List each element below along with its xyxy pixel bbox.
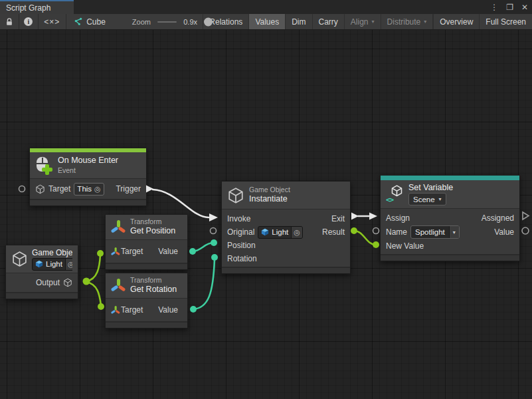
value-label: Value [494,227,514,237]
node-title: Set Variable [408,183,453,194]
object-picker-icon: ◎ [68,261,72,268]
node-title: Game Object [32,248,72,258]
trigger-output-port[interactable] [146,186,153,193]
assigned-output-port[interactable] [523,212,529,219]
object-picker-button[interactable]: ◎ [65,259,72,270]
full-screen-label: Full Screen [486,17,526,27]
assign-input-port[interactable] [369,213,377,220]
graph-canvas[interactable]: On Mouse Enter Event Target This ◎ Trigg… [0,30,532,399]
on-mouse-enter-header: On Mouse Enter Event [30,152,146,179]
target-label: Target [48,184,70,194]
object-picker-icon[interactable]: ◎ [94,186,101,193]
lock-button[interactable] [0,14,19,29]
get-rotation-header: Transform Get Rotation [106,273,187,299]
rotation-input-port[interactable] [211,254,218,261]
exit-output-port[interactable] [351,213,359,220]
code-preview-button[interactable]: <×> [39,14,66,29]
carry-button[interactable]: Carry [312,14,344,29]
target-value-field[interactable]: This ◎ [74,183,104,196]
distribute-button[interactable]: Distribute ▾ [381,14,434,29]
zoom-slider-handle[interactable] [204,17,213,26]
value-output-port[interactable] [522,227,529,234]
distribute-label: Distribute [387,17,421,27]
node-set-variable[interactable]: <> Set Variable Scene ▾ Assign Assigned … [380,175,520,261]
wire-output-to-get-position [86,255,100,281]
node-get-position[interactable]: Transform Get Position Target Value [105,214,188,270]
game-object-icon [261,228,269,236]
zoom-slider[interactable] [157,21,177,23]
align-button[interactable]: Align ▾ [344,14,381,29]
position-input-port[interactable] [211,239,217,246]
node-game-object-literal[interactable]: Game Object Light ◎ [5,245,78,299]
info-glyph: i [27,18,29,25]
node-title: Get Rotation [130,285,177,295]
variable-scope-dropdown[interactable]: Scene ▾ [408,193,446,205]
output-port[interactable] [83,278,90,285]
node-footer [106,321,187,328]
game-object-value-field[interactable]: Light ◎ [32,258,72,271]
transform-icon [111,247,117,256]
cube-icon [11,251,28,267]
node-footer [6,292,78,299]
tab-title: Script Graph [6,3,50,13]
game-object-value: Light [46,260,62,268]
invoke-input-port[interactable] [209,213,218,221]
target-label: Target [121,305,143,315]
result-output-port[interactable] [351,227,357,234]
chevron-down-icon: ▾ [439,196,442,202]
rotation-label: Rotation [227,254,257,263]
get-position-value-port[interactable] [189,248,196,255]
dim-label: Dim [292,17,306,27]
info-icon: i [24,17,33,26]
close-icon[interactable]: ✕ [521,3,528,11]
value-label: Value [158,247,178,256]
node-instantiate[interactable]: Game Object Instantiate Invoke Exit Orig… [221,181,351,274]
full-screen-button[interactable]: Full Screen [479,14,532,29]
wire-rotation [193,259,215,309]
maximize-icon[interactable]: ❐ [506,3,513,11]
values-button[interactable]: Values [248,14,285,29]
variable-name-dropdown[interactable]: Spotlight ▾ [410,225,460,239]
original-input-port[interactable] [211,228,217,234]
exit-label: Exit [331,214,345,223]
get-rotation-value-port[interactable] [190,306,197,313]
get-position-target-port[interactable] [97,250,104,257]
original-value-field[interactable]: Light ◎ [258,226,303,239]
wire-trigger-to-invoke [153,190,209,217]
game-object-literal-header: Game Object Light ◎ [6,245,78,273]
menu-dots-icon[interactable]: ⋮ [490,3,498,11]
cube-icon [35,184,45,194]
node-category: Transform [130,276,177,285]
graph-breadcrumb[interactable]: Cube [66,14,115,29]
on-mouse-enter-input-port[interactable] [19,186,25,192]
node-title: Get Position [130,226,175,237]
name-input-port[interactable] [373,228,379,234]
dim-button[interactable]: Dim [285,14,311,29]
overview-button[interactable]: Overview [433,14,479,29]
object-picker-button[interactable]: ◎ [291,227,302,238]
set-variable-name-row: Name Spotlight ▾ Value [381,225,519,239]
game-object-icon [35,260,43,268]
variable-name-value: Spotlight [411,226,449,238]
assign-label: Assign [386,213,410,223]
transform-icon [111,219,126,235]
node-get-rotation[interactable]: Transform Get Rotation Target Value [105,273,188,329]
tab-script-graph[interactable]: Script Graph [0,0,74,14]
node-subtitle: Event [58,166,118,175]
get-rotation-row: Target Value [106,299,187,321]
game-object-output-row: Output [6,273,78,292]
assigned-label: Assigned [482,213,514,223]
chevron-down-icon: ▾ [372,19,375,25]
new-value-input-port[interactable] [373,241,379,248]
output-label: Output [36,278,60,287]
trigger-label: Trigger [116,184,141,194]
info-button[interactable]: i [19,14,38,29]
node-on-mouse-enter[interactable]: On Mouse Enter Event Target This ◎ Trigg… [29,148,147,206]
node-footer [222,267,350,273]
wire-position [193,243,213,251]
transform-icon [111,305,117,315]
get-rotation-target-port[interactable] [98,303,104,310]
set-variable-header: <> Set Variable Scene ▾ [381,180,519,209]
variable-brackets-icon: <> [386,196,393,204]
variable-scope-value: Scene [413,196,435,203]
